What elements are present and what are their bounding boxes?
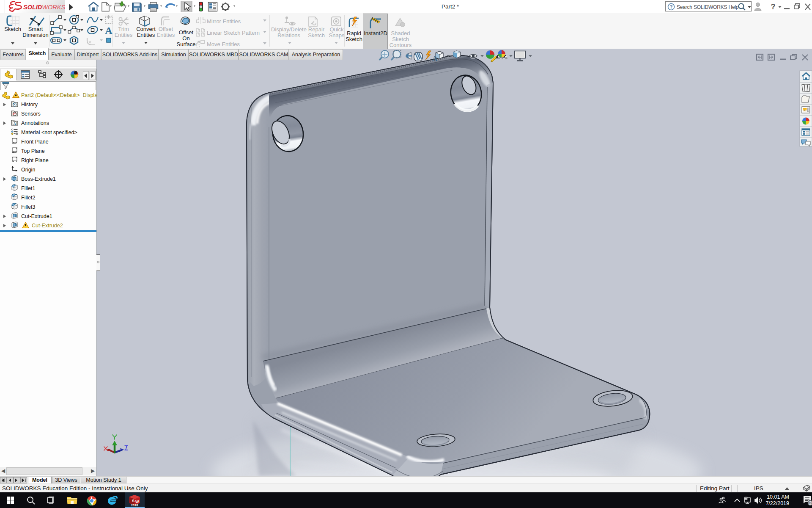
svg-text:A: A [13,121,16,126]
svg-text:A: A [105,25,112,36]
svg-text:S: S [132,499,134,503]
svg-text:2018: 2018 [131,503,138,507]
svg-text:?: ? [771,3,776,11]
svg-text:2: 2 [809,500,812,505]
svg-text:?: ? [670,4,673,9]
